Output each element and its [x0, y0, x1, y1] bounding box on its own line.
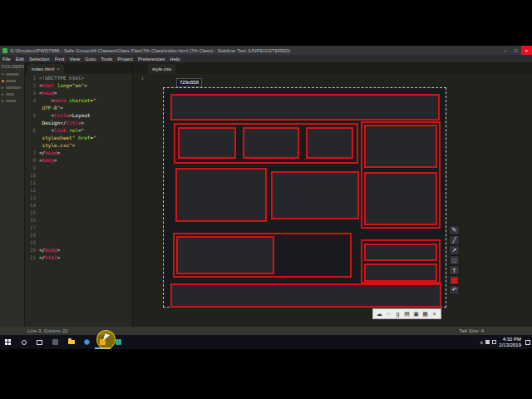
line-number	[25, 134, 36, 141]
menu-project[interactable]: Project	[115, 57, 135, 62]
action-center-icon[interactable]	[525, 340, 530, 345]
line-number: 18	[25, 231, 36, 239]
line-number: 13	[25, 194, 36, 201]
sidebar-box-2	[364, 172, 437, 225]
tree-item[interactable]: ▾	[0, 71, 24, 77]
task-view-button[interactable]	[32, 335, 47, 349]
line-number: 21	[25, 254, 36, 261]
minimize-button[interactable]: –	[500, 46, 510, 55]
screen: G:\Dropbox\PWD7986 - Safe Group\All Clas…	[0, 0, 532, 399]
statusbar: Line 3, Column 22 Tab Size: 4	[0, 327, 532, 335]
header-box	[170, 94, 440, 121]
taskbar-app-1[interactable]	[47, 335, 63, 349]
line-number: 5	[25, 111, 36, 119]
file-icon	[2, 80, 4, 82]
cursor-position[interactable]: Line 3, Column 22	[27, 328, 68, 333]
code-line: 5 <title>Layout	[25, 111, 132, 119]
color-swatch	[451, 278, 457, 283]
close-button[interactable]: ×	[521, 46, 532, 55]
volume-icon[interactable]	[492, 340, 496, 344]
share-icon[interactable]: ∴	[384, 309, 393, 318]
sublime-app-icon	[2, 48, 7, 53]
tree-item[interactable]: ▸	[0, 91, 24, 97]
code-editor-index[interactable]: 1<!DOCTYPE html>2<html lang="en">3<head>…	[25, 74, 132, 327]
menu-goto[interactable]: Goto	[82, 57, 98, 62]
code-line: 2<html lang="en">	[25, 81, 132, 89]
pencil-tool[interactable]: ✎	[449, 225, 460, 235]
menubar: FileEditSelectionFindViewGotoToolsProjec…	[0, 55, 532, 62]
tray-expand-icon[interactable]: ∧	[480, 339, 483, 345]
taskbar-clock[interactable]: 4:32 PM 2/13/2019	[499, 337, 521, 347]
window-controls: – □ ×	[500, 46, 532, 55]
window-title: G:\Dropbox\PWD7986 - Safe Group\All Clas…	[10, 48, 500, 53]
code-line: 6 <link rel="	[25, 126, 132, 134]
undo-tool[interactable]: ↶	[449, 285, 460, 295]
line-number: 14	[25, 201, 36, 209]
tab-index-html[interactable]: index.html ×	[27, 64, 64, 74]
close-capture-icon[interactable]: ×	[430, 309, 439, 318]
code-line: 9	[25, 164, 132, 171]
upload-cloud-icon[interactable]: ☁	[375, 309, 384, 318]
code-line: 4 <meta charset="	[25, 96, 132, 104]
tree-item[interactable]: ▸	[0, 84, 24, 91]
menu-view[interactable]: View	[66, 57, 82, 62]
tab-close-icon[interactable]: ×	[57, 66, 60, 71]
maximize-button[interactable]: □	[510, 46, 521, 55]
menu-find[interactable]: Find	[52, 57, 67, 62]
clock-date: 2/13/2019	[499, 342, 521, 348]
titlebar[interactable]: G:\Dropbox\PWD7986 - Safe Group\All Clas…	[0, 46, 532, 55]
file-explorer-button[interactable]	[63, 335, 79, 349]
sidebar-box-1	[364, 125, 437, 168]
print-icon[interactable]: ▤	[402, 309, 411, 318]
menu-file[interactable]: File	[0, 57, 13, 62]
code-line: 1<!DOCTYPE html>	[25, 74, 132, 81]
rectangle-tool[interactable]: □	[449, 255, 460, 265]
capture-draw-toolbar: ✎╱↗□T↶	[449, 225, 460, 295]
line-tool[interactable]: ╱	[449, 235, 460, 245]
code-line: 18	[25, 231, 132, 239]
code-line: 3<head>	[25, 89, 132, 96]
network-icon[interactable]	[485, 340, 490, 344]
sidebar-box-4	[364, 264, 437, 282]
menu-selection[interactable]: Selection	[27, 57, 52, 62]
code-line: 15	[25, 209, 132, 216]
line-number: 17	[25, 224, 36, 231]
menu-help[interactable]: Help	[167, 57, 182, 62]
copy-icon[interactable]: ▣	[411, 309, 421, 318]
tab-label: style.css	[152, 66, 171, 71]
line-number: 16	[25, 216, 36, 224]
menu-edit[interactable]: Edit	[13, 57, 27, 62]
windows-logo-icon	[5, 339, 11, 345]
content-box-right	[271, 171, 359, 219]
line-number	[25, 104, 36, 111]
capture-selection[interactable]	[163, 87, 446, 308]
start-button[interactable]	[0, 335, 16, 349]
app-icon	[52, 339, 58, 345]
line-number: 19	[25, 239, 36, 246]
arrow-tool[interactable]: ↗	[449, 245, 460, 255]
search-button[interactable]	[16, 335, 32, 349]
clock-time: 4:32 PM	[499, 337, 521, 342]
tree-item[interactable]	[0, 77, 24, 84]
menu-tools[interactable]: Tools	[98, 57, 115, 62]
line-number: 11	[25, 179, 36, 186]
line-number: 12	[25, 186, 36, 194]
save-icon[interactable]: ▦	[421, 309, 430, 318]
code-line: Design</title>	[25, 119, 132, 126]
color-tool[interactable]	[449, 275, 460, 285]
line-number: 2	[25, 81, 36, 89]
right-tabbar: style.css	[133, 62, 532, 74]
folders-header: FOLDERS	[0, 62, 24, 71]
code-line: 10	[25, 171, 132, 179]
windows-taskbar: ∧ 4:32 PM 2/13/2019	[0, 335, 532, 349]
google-search-icon[interactable]: g	[393, 309, 402, 318]
text-tool[interactable]: T	[449, 265, 460, 275]
menu-preferences[interactable]: Preferences	[135, 57, 167, 62]
folders-sidebar[interactable]: FOLDERS ▾ ▸ ▸ ▸	[0, 62, 25, 327]
browser-button[interactable]	[79, 335, 95, 349]
code-line: 21</html>	[25, 254, 132, 261]
tree-item[interactable]: ▸	[0, 97, 24, 104]
nav-box-2	[243, 127, 299, 159]
tab-size-indicator[interactable]: Tab Size: 4	[459, 328, 484, 333]
tab-style-css[interactable]: style.css	[148, 64, 175, 74]
